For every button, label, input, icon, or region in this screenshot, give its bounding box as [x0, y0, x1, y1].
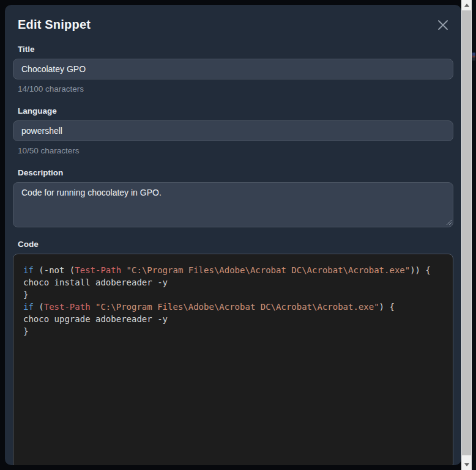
language-input[interactable] [13, 120, 453, 141]
page-scrollbar[interactable] [461, 0, 472, 470]
close-button[interactable] [435, 17, 451, 35]
description-textarea[interactable]: Code for running chocolatey in GPO. [13, 182, 453, 227]
scrollbar-thumb[interactable] [462, 10, 471, 455]
close-icon [436, 24, 450, 34]
title-input[interactable] [13, 59, 453, 79]
chevron-down-icon [464, 463, 469, 466]
code-editor-content: if (-not (Test-Path "C:\Program Files\Ad… [23, 264, 443, 337]
scroll-down-button[interactable] [461, 460, 472, 470]
modal-title: Edit Snippet [18, 17, 91, 32]
scroll-up-button[interactable] [461, 0, 472, 10]
description-label: Description [18, 168, 448, 178]
code-editor[interactable]: if (-not (Test-Path "C:\Program Files\Ad… [13, 254, 453, 465]
language-label: Language [18, 106, 448, 116]
chevron-up-icon [464, 4, 469, 7]
edit-snippet-modal: Edit Snippet Title 14/100 characters Lan… [5, 5, 461, 465]
code-label: Code [18, 240, 448, 249]
background-page-fragment [472, 53, 475, 61]
modal-header: Edit Snippet [13, 5, 453, 35]
title-label: Title [18, 45, 448, 54]
description-field-wrap: Code for running chocolatey in GPO. [13, 182, 453, 227]
window-edge [472, 0, 476, 470]
language-char-counter: 10/50 characters [18, 146, 448, 156]
title-char-counter: 14/100 characters [18, 84, 448, 94]
